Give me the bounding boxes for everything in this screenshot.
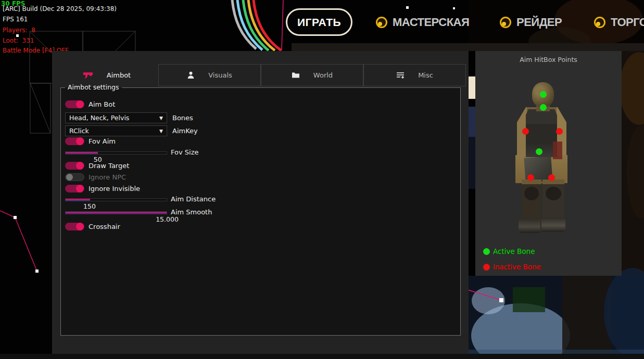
coin-icon (500, 17, 511, 28)
setting-row-draw-target: Draw Target (65, 162, 129, 170)
nav-item-raider[interactable]: РЕЙДЕР (500, 16, 562, 29)
setting-row-crosshair: Crosshair (65, 223, 120, 230)
hud-fps-label: FPS 161 (3, 16, 28, 23)
inactive-bone-dot (483, 264, 490, 271)
ignore-invisible-toggle[interactable] (65, 185, 84, 193)
hitbox-point-pelvis[interactable] (536, 148, 542, 155)
player-model (517, 80, 569, 236)
aim-distance-label: Aim Distance (171, 195, 216, 203)
aim-distance-value: 150 (83, 202, 96, 210)
setting-row-fov-aim: Fov Aim (65, 137, 116, 145)
ignore-npc-label: Ignore NPC (89, 173, 126, 181)
nav-item-workshop[interactable]: МАСТЕРСКАЯ (376, 16, 469, 29)
tab-label: Misc (418, 71, 433, 79)
tab-world[interactable]: World (261, 64, 363, 86)
aim-smooth-value: 15.000 (156, 215, 179, 223)
setting-row-aimkey: RClick ▼ AimKey (65, 125, 198, 136)
setting-row-aim-smooth: 15.000 Aim Smooth (65, 210, 212, 216)
hitbox-point-left-shoulder[interactable] (522, 128, 529, 135)
crosshair-toggle[interactable] (65, 223, 84, 230)
setting-row-bones: Head, Neck, Pelvis ▼ Bones (65, 112, 193, 123)
play-button[interactable]: ИГРАТЬ (286, 8, 352, 36)
legend-active-bone: Active Bone (483, 247, 535, 255)
tab-label: World (313, 71, 333, 79)
hitbox-panel: Aim HitBox Points Active Bone (475, 51, 622, 276)
hitbox-point-head[interactable] (540, 91, 547, 98)
hitbox-point-left-hand[interactable] (527, 174, 534, 181)
tab-visuals[interactable]: Visuals (158, 64, 261, 86)
bones-label: Bones (172, 114, 193, 122)
fov-size-slider[interactable] (65, 151, 167, 155)
tab-label: Aimbot (107, 71, 131, 79)
hitbox-panel-title: Aim HitBox Points (475, 56, 622, 63)
aimbot-settings-group: Aimbot settings Aim Bot Head, Neck, Pelv… (60, 87, 461, 336)
coin-icon (376, 17, 387, 28)
setting-row-aim-bot: Aim Bot (65, 100, 115, 108)
bones-dropdown[interactable]: Head, Neck, Pelvis ▼ (65, 112, 167, 123)
nav-item-trade[interactable]: ТОРГО (594, 16, 644, 29)
setting-row-fov-size: 50 Fov Size (65, 150, 198, 156)
game-screen: 30 FPS [ARC] Build (Dec 28 2025, 09:43:3… (0, 0, 644, 359)
aim-distance-slider[interactable] (65, 198, 167, 201)
fov-aim-label: Fov Aim (89, 137, 116, 145)
fov-aim-toggle[interactable] (65, 137, 84, 145)
ignore-npc-toggle[interactable] (65, 173, 84, 181)
legend-inactive-bone: Inactive Bone (483, 263, 541, 271)
setting-row-ignore-npc: Ignore NPC (65, 173, 126, 181)
crosshair-label: Crosshair (89, 223, 120, 230)
tab-misc[interactable]: Misc (363, 64, 466, 86)
fov-size-label: Fov Size (171, 148, 198, 156)
bones-value: Head, Neck, Pelvis (69, 114, 129, 122)
hitbox-point-right-shoulder[interactable] (556, 128, 563, 135)
slider-fill (66, 152, 98, 154)
aimkey-dropdown[interactable]: RClick ▼ (65, 125, 167, 136)
hud-loot-label: Loot: 331 (3, 37, 34, 44)
tab-label: Visuals (208, 71, 232, 79)
cheat-menu-panel: Aimbot Visuals World (52, 51, 469, 354)
chevron-down-icon: ▼ (159, 129, 163, 134)
slider-fill (66, 199, 90, 201)
hud-build-label: [ARC] Build (Dec 28 2025, 09:43:38) (3, 5, 117, 12)
chevron-down-icon: ▼ (159, 116, 163, 121)
ignore-invisible-label: Ignore Invisible (89, 185, 140, 193)
slider-fill (66, 212, 167, 214)
hitbox-point-right-hand[interactable] (548, 174, 555, 181)
setting-row-ignore-invisible: Ignore Invisible (65, 185, 140, 193)
aimkey-value: RClick (69, 127, 89, 135)
aimkey-label: AimKey (172, 127, 198, 135)
person-icon (187, 71, 195, 79)
aim-bot-label: Aim Bot (89, 100, 115, 108)
gun-icon (83, 72, 93, 79)
hitbox-point-neck[interactable] (540, 104, 547, 111)
aim-smooth-slider[interactable] (65, 211, 167, 214)
folder-icon (292, 72, 300, 79)
draw-target-toggle[interactable] (65, 162, 84, 170)
aim-bot-toggle[interactable] (65, 100, 84, 108)
coin-icon (594, 17, 605, 28)
sliders-icon (396, 71, 405, 79)
hud-players-label: Players: 8 (3, 27, 35, 34)
draw-target-label: Draw Target (89, 162, 129, 170)
aim-smooth-label: Aim Smooth (171, 208, 212, 216)
setting-row-aim-distance: 150 Aim Distance (65, 197, 216, 203)
active-bone-dot (483, 248, 490, 255)
group-title: Aimbot settings (65, 83, 122, 91)
